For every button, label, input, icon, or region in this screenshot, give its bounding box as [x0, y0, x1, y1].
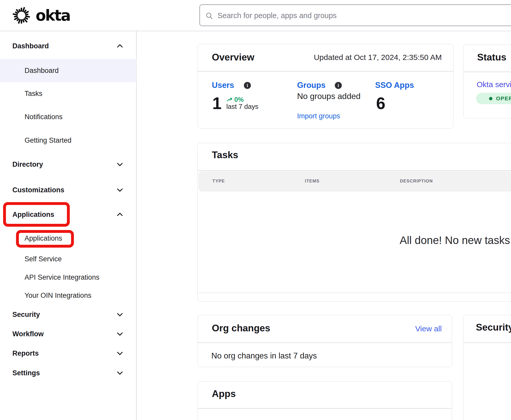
- sidebar-divider: [136, 31, 137, 420]
- overview-title: Overview: [212, 51, 254, 64]
- sidebar-section-directory[interactable]: Directory: [12, 159, 43, 170]
- groups-link[interactable]: Groups: [297, 80, 326, 90]
- sso-apps-count: 6: [376, 95, 385, 112]
- tasks-column-type: TYPE: [212, 179, 225, 184]
- sidebar-item-self-service[interactable]: Self Service: [25, 254, 62, 264]
- apps-card: [198, 381, 452, 420]
- info-icon[interactable]: i: [335, 82, 342, 89]
- sidebar-section-settings[interactable]: Settings: [12, 368, 40, 378]
- status-badge-label: OPERATIONAL: [496, 95, 511, 102]
- sidebar-item-dashboard[interactable]: Dashboard: [25, 65, 59, 76]
- sidebar-item-your-oin-integrations[interactable]: Your OIN Integrations: [25, 290, 91, 301]
- tasks-table-header-row: [198, 171, 511, 191]
- chevron-up-icon: [117, 211, 123, 218]
- sidebar-selected-highlight: [0, 59, 136, 82]
- okta-service-link[interactable]: Okta service: [477, 80, 511, 89]
- sidebar-section-security[interactable]: Security: [12, 309, 40, 320]
- sidebar-section-customizations[interactable]: Customizations: [12, 185, 64, 195]
- overview-updated-timestamp: Updated at Oct 17, 2024, 2:35:50 AM: [314, 53, 442, 62]
- status-title: Status: [477, 51, 506, 64]
- okta-logo-icon[interactable]: [12, 6, 31, 25]
- users-trend-period: last 7 days: [226, 102, 258, 111]
- tasks-card: [197, 143, 511, 302]
- security-title: Security: [476, 321, 511, 334]
- status-header-divider: [463, 72, 511, 72]
- security-divider: [463, 342, 511, 343]
- org-changes-empty-message: No org changes in last 7 days: [211, 351, 317, 361]
- sidebar-section-workflow[interactable]: Workflow: [12, 329, 44, 339]
- view-all-link[interactable]: View all: [415, 324, 442, 333]
- chevron-down-icon: [117, 311, 123, 318]
- users-count: 1: [212, 95, 222, 112]
- header-divider: [0, 31, 511, 31]
- chevron-down-icon: [117, 331, 123, 337]
- sidebar-item-getting-started[interactable]: Getting Started: [25, 135, 72, 146]
- status-badge: OPERATIONAL: [476, 93, 511, 104]
- chevron-up-icon: [117, 43, 123, 49]
- org-changes-title: Org changes: [212, 322, 270, 334]
- chevron-down-icon: [117, 370, 123, 376]
- tasks-title: Tasks: [212, 149, 238, 161]
- groups-empty-text: No groups added: [297, 91, 367, 101]
- tasks-column-items: ITEMS: [305, 179, 320, 184]
- chevron-down-icon: [117, 350, 123, 356]
- search-input[interactable]: [217, 5, 502, 26]
- import-groups-link[interactable]: Import groups: [297, 112, 340, 120]
- sso-apps-link[interactable]: SSO Apps: [375, 80, 414, 90]
- okta-logo-wordmark[interactable]: okta: [36, 6, 70, 25]
- global-search: [199, 4, 511, 26]
- sidebar-item-notifications[interactable]: Notifications: [25, 112, 63, 122]
- apps-divider: [198, 408, 452, 409]
- info-icon[interactable]: i: [244, 82, 251, 89]
- tasks-header-divider: [198, 170, 511, 171]
- annotation-box-applications-item: [16, 230, 74, 248]
- search-icon: [206, 12, 213, 19]
- sidebar-section-reports[interactable]: Reports: [12, 348, 39, 358]
- annotation-box-applications-section: [3, 202, 70, 227]
- status-dot-icon: [489, 97, 492, 100]
- chevron-down-icon: [117, 161, 123, 167]
- okta-admin-dashboard: okta Dashboard Dashboard Tasks Notificat…: [0, 0, 511, 420]
- overview-header-divider: [198, 71, 453, 72]
- chevron-down-icon: [117, 187, 123, 193]
- sidebar-item-tasks[interactable]: Tasks: [25, 88, 42, 99]
- tasks-column-description: DESCRIPTION: [400, 179, 433, 184]
- apps-title: Apps: [212, 388, 236, 400]
- users-link[interactable]: Users: [212, 80, 234, 90]
- sidebar-section-dashboard[interactable]: Dashboard: [12, 41, 49, 51]
- tasks-empty-message: All done! No new tasks: [400, 235, 510, 246]
- trend-up-icon: [227, 97, 233, 103]
- tasks-footer-divider: [198, 293, 511, 293]
- org-changes-divider: [198, 342, 452, 343]
- sidebar-item-api-service-integrations[interactable]: API Service Integrations: [25, 272, 99, 282]
